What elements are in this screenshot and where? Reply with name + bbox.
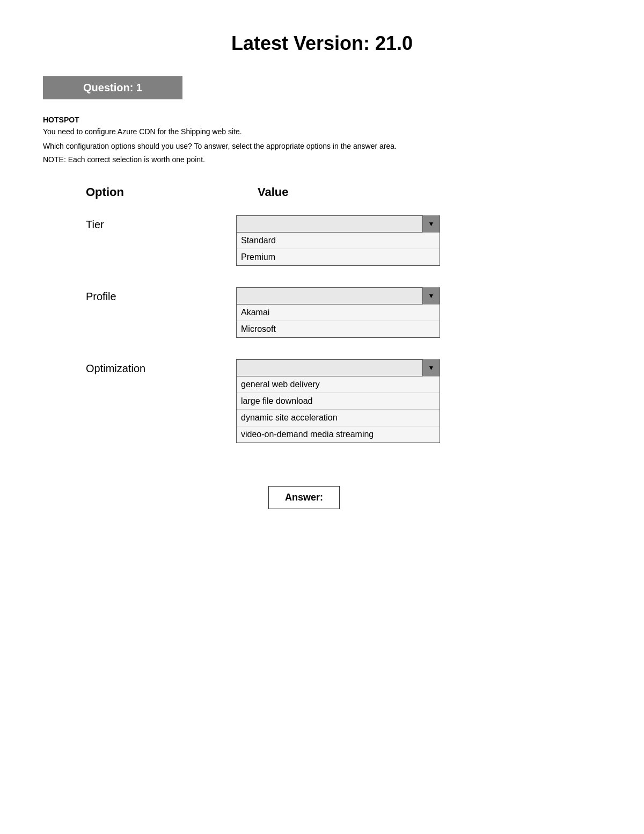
profile-label: Profile bbox=[86, 287, 193, 303]
tier-dropdown-list: Standard Premium bbox=[236, 233, 440, 266]
answer-box: Answer: bbox=[268, 486, 340, 509]
profile-dropdown-container: ▼ Akamai Microsoft bbox=[236, 287, 440, 338]
value-column-header: Value bbox=[258, 185, 288, 199]
question-header: Question: 1 bbox=[43, 76, 182, 99]
tier-label: Tier bbox=[86, 215, 193, 231]
tier-dropdown-header[interactable]: ▼ bbox=[236, 215, 440, 233]
tier-dropdown-arrow[interactable]: ▼ bbox=[422, 215, 440, 233]
tier-option-premium[interactable]: Premium bbox=[237, 249, 440, 265]
page-title: Latest Version: 21.0 bbox=[43, 32, 601, 55]
hotspot-label: HOTSPOT bbox=[43, 115, 601, 124]
optimization-option-large-file[interactable]: large file download bbox=[237, 393, 440, 410]
optimization-option-general[interactable]: general web delivery bbox=[237, 376, 440, 393]
optimization-row: Optimization ▼ general web delivery larg… bbox=[86, 359, 601, 443]
profile-dropdown-header[interactable]: ▼ bbox=[236, 287, 440, 304]
profile-option-akamai[interactable]: Akamai bbox=[237, 304, 440, 321]
optimization-option-video[interactable]: video-on-demand media streaming bbox=[237, 426, 440, 443]
profile-row: Profile ▼ Akamai Microsoft bbox=[86, 287, 601, 338]
question-text-1: You need to configure Azure CDN for the … bbox=[43, 126, 601, 137]
profile-dropdown-arrow[interactable]: ▼ bbox=[422, 287, 440, 304]
optimization-dropdown-arrow[interactable]: ▼ bbox=[422, 359, 440, 376]
profile-dropdown-list: Akamai Microsoft bbox=[236, 304, 440, 338]
question-header-wrapper: Question: 1 bbox=[43, 76, 601, 115]
option-column-header: Option bbox=[86, 185, 193, 199]
optimization-dropdown-list: general web delivery large file download… bbox=[236, 376, 440, 443]
optimization-dropdown-header[interactable]: ▼ bbox=[236, 359, 440, 376]
question-text-2: Which configuration options should you u… bbox=[43, 141, 601, 152]
optimization-option-dynamic[interactable]: dynamic site acceleration bbox=[237, 410, 440, 426]
tier-dropdown-container: ▼ Standard Premium bbox=[236, 215, 440, 266]
question-note: NOTE: Each correct selection is worth on… bbox=[43, 155, 601, 164]
optimization-dropdown-container: ▼ general web delivery large file downlo… bbox=[236, 359, 440, 443]
optimization-label: Optimization bbox=[86, 359, 193, 375]
tier-option-standard[interactable]: Standard bbox=[237, 233, 440, 249]
tier-row: Tier ▼ Standard Premium bbox=[86, 215, 601, 266]
profile-option-microsoft[interactable]: Microsoft bbox=[237, 321, 440, 337]
